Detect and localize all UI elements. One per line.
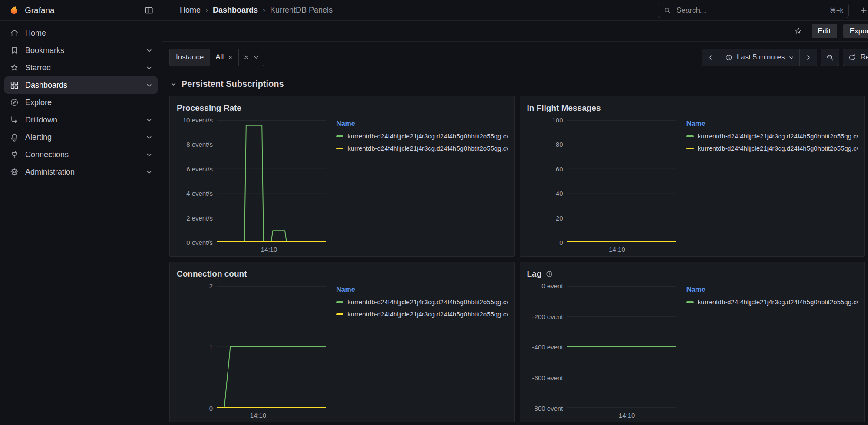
dashboard-controls-row: Instance All Last 5 minutes <box>162 42 868 66</box>
x-axis-tick-label: 14:10 <box>609 246 625 253</box>
breadcrumb-home[interactable]: Home <box>180 6 201 15</box>
y-axis-tick-label: 40 <box>556 190 563 197</box>
favorite-dashboard-button[interactable] <box>791 24 805 38</box>
panel-title: Processing Rate <box>177 103 241 113</box>
panel-title: In Flight Messages <box>527 103 601 113</box>
chevron-down-icon[interactable] <box>146 82 152 89</box>
legend-item[interactable]: kurrentdb-d24f4hljjcle21j4r3cg.d24f4h5g0… <box>336 145 508 152</box>
chevron-down-icon[interactable] <box>146 47 152 54</box>
legend-item[interactable]: kurrentdb-d24f4hljjcle21j4r3cg.d24f4h5g0… <box>686 298 858 306</box>
sidebar-item-explore[interactable]: Explore <box>4 94 158 111</box>
sidebar-item-drilldown[interactable]: Drilldown <box>4 111 158 128</box>
series-line <box>217 125 326 241</box>
sidebar-item-bookmarks[interactable]: Bookmarks <box>4 42 158 59</box>
sidebar-item-label: Starred <box>25 63 51 72</box>
export-button[interactable]: Export <box>843 24 868 38</box>
series-color-swatch <box>686 135 694 137</box>
row-persistent-subscriptions[interactable]: Persistent Subscriptions <box>162 66 868 89</box>
clear-filter-icon[interactable] <box>243 54 249 60</box>
chart-area: 100806040200 14:10 <box>527 115 676 254</box>
sidebar-item-starred[interactable]: Starred <box>4 59 158 76</box>
chevron-down-icon[interactable] <box>146 169 152 175</box>
y-axis-tick-label: 6 event/s <box>186 165 213 172</box>
panel-header[interactable]: In Flight Messages <box>520 96 865 115</box>
panel-processing-rate: Processing Rate 10 event/s8 event/s6 eve… <box>169 96 515 257</box>
legend-item[interactable]: kurrentdb-d24f4hljjcle21j4r3cg.d24f4h5g0… <box>336 132 508 140</box>
x-axis: 14:10 <box>177 408 326 420</box>
legend: Name kurrentdb-d24f4hljjcle21j4r3cg.d24f… <box>326 280 508 420</box>
search-input[interactable] <box>676 6 825 15</box>
breadcrumb: Home › Dashboards › KurrentDB Panels <box>180 6 333 15</box>
sidebar-item-home[interactable]: Home <box>4 24 158 42</box>
time-shift-back-button[interactable] <box>702 49 719 66</box>
add-new-button[interactable] <box>857 3 868 17</box>
y-axis: 10 event/s8 event/s6 event/s4 event/s2 e… <box>177 120 217 242</box>
y-axis-tick-label: 0 event/s <box>186 239 213 246</box>
x-axis: 14:10 <box>527 242 676 254</box>
time-series-plot[interactable] <box>217 286 326 408</box>
sidebar-item-alerting[interactable]: Alerting <box>4 128 158 146</box>
sidebar-item-label: Connections <box>25 150 69 159</box>
legend-header-name[interactable]: Name <box>336 120 355 128</box>
legend-item[interactable]: kurrentdb-d24f4hljjcle21j4r3cg.d24f4h5g0… <box>686 145 858 152</box>
chevron-down-icon[interactable] <box>146 134 152 141</box>
refresh-button[interactable]: Refresh <box>843 49 868 66</box>
plug-icon <box>10 150 19 159</box>
grafana-logo-icon[interactable] <box>8 4 20 16</box>
edit-button[interactable]: Edit <box>812 24 837 38</box>
sidebar-item-connections[interactable]: Connections <box>4 146 158 163</box>
sidebar-item-label: Administration <box>25 168 75 177</box>
y-axis-tick-label: 2 event/s <box>186 214 213 221</box>
refresh-icon <box>848 53 856 62</box>
panel-header[interactable]: Lag <box>520 262 865 280</box>
legend-header-name[interactable]: Name <box>336 286 355 293</box>
legend-item[interactable]: kurrentdb-d24f4hljjcle21j4r3cg.d24f4h5g0… <box>336 298 508 306</box>
breadcrumb-dashboards[interactable]: Dashboards <box>213 6 258 15</box>
y-axis-tick-label: 60 <box>556 165 563 172</box>
panel-header[interactable]: Connection count <box>170 262 514 280</box>
sidebar-item-label: Explore <box>25 98 52 107</box>
chevron-right-icon <box>805 54 812 61</box>
panel-connection-count: Connection count 210 14:10 Name kurrentd… <box>169 262 515 422</box>
info-icon[interactable] <box>545 270 553 278</box>
filter-value-chip[interactable]: All <box>210 49 239 66</box>
panel-title: Connection count <box>177 269 247 279</box>
clock-icon <box>725 53 733 62</box>
dock-sidebar-button[interactable] <box>142 3 156 18</box>
panel-title: Lag <box>527 269 542 279</box>
time-range-picker-button[interactable]: Last 5 minutes <box>719 49 800 66</box>
legend: Name kurrentdb-d24f4hljjcle21j4r3cg.d24f… <box>326 115 508 254</box>
legend-header-name[interactable]: Name <box>686 286 706 293</box>
chart-area: 10 event/s8 event/s6 event/s4 event/s2 e… <box>177 115 326 254</box>
y-axis-tick-label: 0 <box>559 239 563 246</box>
legend-header-name[interactable]: Name <box>686 120 706 128</box>
y-axis: 100806040200 <box>527 120 567 242</box>
filter-key[interactable]: Instance <box>169 49 210 66</box>
chevron-down-icon[interactable] <box>146 65 152 71</box>
sidebar-item-dashboards[interactable]: Dashboards <box>4 76 158 94</box>
legend-item[interactable]: kurrentdb-d24f4hljjcle21j4r3cg.d24f4h5g0… <box>686 132 858 140</box>
panel-body: 10 event/s8 event/s6 event/s4 event/s2 e… <box>170 115 514 256</box>
plus-icon <box>859 6 868 15</box>
y-axis-tick-label: -800 event <box>532 405 563 412</box>
panel-lag: Lag 0 event-200 event-400 event-600 even… <box>520 262 865 422</box>
chevron-down-icon[interactable] <box>146 152 152 158</box>
page-layout: Home Bookmarks Starred Dashboards Explor… <box>0 21 868 425</box>
time-series-plot[interactable] <box>567 286 676 408</box>
caret-down-icon <box>789 55 794 60</box>
remove-value-icon[interactable] <box>228 55 233 60</box>
time-series-plot[interactable] <box>217 120 326 242</box>
dashboards-grid-icon <box>10 80 19 90</box>
chevron-down-icon[interactable] <box>146 117 152 123</box>
time-shift-forward-button[interactable] <box>799 49 817 66</box>
gear-icon <box>10 167 19 177</box>
legend-item[interactable]: kurrentdb-d24f4hljjcle21j4r3cg.d24f4h5g0… <box>336 310 508 318</box>
sidebar-item-administration[interactable]: Administration <box>4 163 158 181</box>
panel-header[interactable]: Processing Rate <box>170 96 514 115</box>
caret-down-icon[interactable] <box>253 54 259 60</box>
time-series-plot[interactable] <box>567 120 676 242</box>
time-controls: Last 5 minutes Refresh <box>702 49 868 66</box>
panel-grid: Processing Rate 10 event/s8 event/s6 eve… <box>169 96 865 422</box>
zoom-out-time-button[interactable] <box>821 49 839 66</box>
search-box[interactable]: ⌘+k <box>658 3 849 18</box>
